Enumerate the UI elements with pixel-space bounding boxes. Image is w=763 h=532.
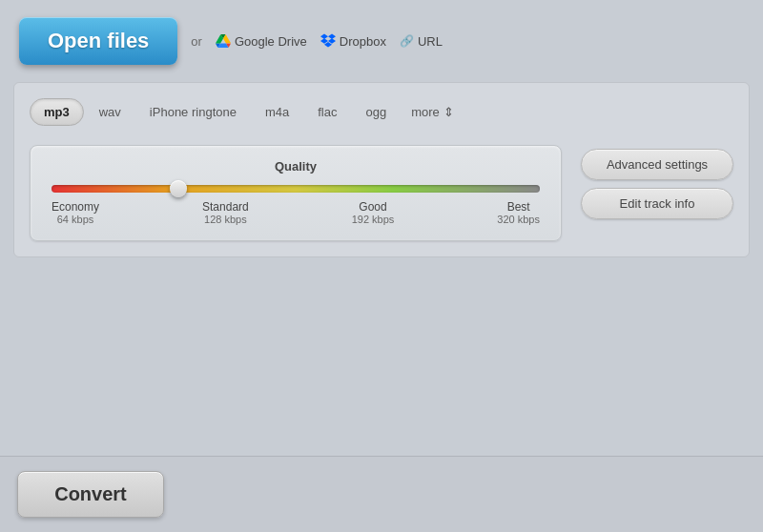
quality-panel: Quality Economy 64 kbps Standard 128 kbp…: [30, 145, 562, 241]
tab-flac[interactable]: flac: [304, 99, 350, 125]
edit-track-info-button[interactable]: Edit track info: [581, 188, 733, 219]
right-buttons: Advanced settings Edit track info: [581, 145, 733, 241]
quality-slider-container: Economy 64 kbps Standard 128 kbps Good 1…: [52, 185, 540, 225]
slider-label-economy: Economy 64 kbps: [52, 200, 99, 225]
good-label: Good: [352, 200, 395, 214]
good-kbps: 192 kbps: [352, 214, 395, 225]
quality-slider-track[interactable]: [52, 185, 540, 193]
more-label: more: [411, 105, 440, 119]
google-drive-label: Google Drive: [235, 34, 307, 49]
svg-marker-2: [328, 38, 336, 43]
slider-label-standard: Standard 128 kbps: [202, 200, 249, 225]
slider-label-good: Good 192 kbps: [352, 200, 395, 225]
tab-wav[interactable]: wav: [86, 99, 134, 125]
url-link[interactable]: 🔗 URL: [400, 34, 443, 49]
dropbox-label: Dropbox: [340, 34, 386, 49]
format-tabs: mp3 wav iPhone ringtone m4a flac ogg mor…: [30, 98, 733, 126]
open-files-button[interactable]: Open files: [19, 17, 177, 65]
dropbox-link[interactable]: Dropbox: [320, 32, 386, 51]
chevron-down-icon: ⇕: [443, 105, 454, 119]
best-kbps: 320 kbps: [497, 214, 540, 225]
slider-labels: Economy 64 kbps Standard 128 kbps Good 1…: [52, 200, 540, 225]
convert-button[interactable]: Convert: [17, 471, 164, 518]
tab-ogg[interactable]: ogg: [352, 99, 400, 125]
quality-slider-thumb[interactable]: [170, 180, 187, 197]
google-drive-link[interactable]: Google Drive: [216, 34, 307, 49]
svg-marker-0: [320, 33, 336, 38]
more-formats-button[interactable]: more ⇕: [402, 100, 464, 124]
or-text: or: [191, 34, 202, 49]
advanced-settings-button[interactable]: Advanced settings: [581, 149, 733, 180]
bottom-bar: Convert: [0, 456, 763, 532]
top-bar: Open files or Google Drive: [0, 0, 763, 82]
standard-kbps: 128 kbps: [202, 214, 249, 225]
dropbox-icon: [320, 32, 336, 51]
tab-iphone-ringtone[interactable]: iPhone ringtone: [136, 99, 250, 125]
best-label: Best: [497, 200, 540, 214]
tab-mp3[interactable]: mp3: [30, 98, 84, 126]
quality-title: Quality: [46, 159, 546, 174]
economy-label: Economy: [52, 200, 99, 214]
quality-section: Quality Economy 64 kbps Standard 128 kbp…: [30, 145, 733, 241]
google-drive-icon: [216, 34, 231, 48]
economy-kbps: 64 kbps: [52, 214, 99, 225]
url-label: URL: [418, 34, 443, 49]
standard-label: Standard: [202, 200, 249, 214]
svg-marker-1: [320, 38, 328, 43]
main-content: mp3 wav iPhone ringtone m4a flac ogg mor…: [13, 82, 750, 257]
svg-marker-3: [324, 42, 332, 47]
cloud-links: Google Drive Dropbox 🔗 URL: [216, 32, 443, 51]
url-icon: 🔗: [400, 34, 414, 48]
tab-m4a[interactable]: m4a: [252, 99, 302, 125]
slider-label-best: Best 320 kbps: [497, 200, 540, 225]
